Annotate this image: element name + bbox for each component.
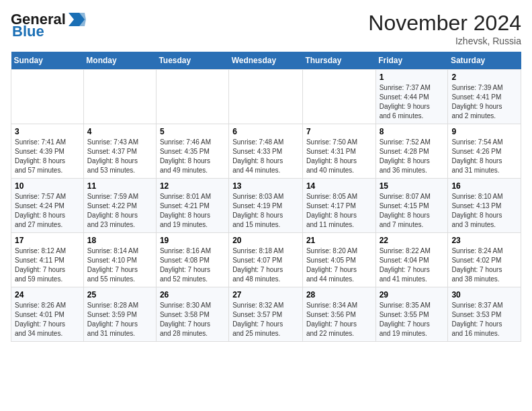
calendar-cell: 20Sunrise: 8:18 AM Sunset: 4:07 PM Dayli…: [229, 233, 303, 287]
calendar-cell: 12Sunrise: 8:01 AM Sunset: 4:21 PM Dayli…: [156, 179, 228, 233]
day-info: Sunrise: 8:35 AM Sunset: 3:55 PM Dayligh…: [380, 301, 445, 338]
day-info: Sunrise: 7:43 AM Sunset: 4:37 PM Dayligh…: [87, 138, 152, 175]
calendar-cell: 15Sunrise: 8:07 AM Sunset: 4:15 PM Dayli…: [375, 179, 448, 233]
header-wednesday: Wednesday: [229, 52, 303, 70]
location: Izhevsk, Russia: [368, 36, 521, 46]
day-info: Sunrise: 7:39 AM Sunset: 4:41 PM Dayligh…: [451, 83, 517, 121]
calendar-cell: 30Sunrise: 8:37 AM Sunset: 3:53 PM Dayli…: [448, 287, 521, 342]
calendar-cell: 9Sunrise: 7:54 AM Sunset: 4:26 PM Daylig…: [448, 124, 521, 179]
day-number: 8: [380, 127, 445, 136]
calendar-cell: 21Sunrise: 8:20 AM Sunset: 4:05 PM Dayli…: [302, 233, 375, 287]
calendar-cell: 11Sunrise: 7:59 AM Sunset: 4:22 PM Dayli…: [83, 179, 156, 233]
week-row-2: 10Sunrise: 7:57 AM Sunset: 4:24 PM Dayli…: [11, 179, 521, 233]
day-info: Sunrise: 7:57 AM Sunset: 4:24 PM Dayligh…: [15, 192, 80, 230]
day-info: Sunrise: 8:05 AM Sunset: 4:17 PM Dayligh…: [306, 192, 372, 230]
calendar-cell: [11, 70, 84, 124]
day-number: 10: [15, 181, 80, 191]
day-number: 2: [451, 73, 517, 82]
day-number: 28: [306, 290, 372, 300]
calendar-cell: 4Sunrise: 7:43 AM Sunset: 4:37 PM Daylig…: [83, 124, 156, 179]
day-info: Sunrise: 7:41 AM Sunset: 4:39 PM Dayligh…: [15, 138, 80, 175]
day-number: 30: [451, 290, 517, 300]
day-number: 6: [232, 127, 299, 136]
day-info: Sunrise: 8:37 AM Sunset: 3:53 PM Dayligh…: [451, 301, 517, 338]
calendar-cell: 29Sunrise: 8:35 AM Sunset: 3:55 PM Dayli…: [375, 287, 448, 342]
calendar-cell: 5Sunrise: 7:46 AM Sunset: 4:35 PM Daylig…: [156, 124, 228, 179]
day-info: Sunrise: 8:01 AM Sunset: 4:21 PM Dayligh…: [160, 192, 225, 230]
day-number: 21: [306, 236, 372, 245]
day-number: 15: [380, 181, 445, 191]
calendar-cell: 24Sunrise: 8:26 AM Sunset: 4:01 PM Dayli…: [11, 287, 84, 342]
day-number: 20: [232, 236, 299, 245]
week-row-4: 24Sunrise: 8:26 AM Sunset: 4:01 PM Dayli…: [11, 287, 521, 342]
day-number: 29: [380, 290, 445, 300]
calendar-table: SundayMondayTuesdayWednesdayThursdayFrid…: [11, 52, 521, 342]
page-header: General Blue November 2024 Izhevsk, Russ…: [11, 11, 521, 46]
header-friday: Friday: [375, 52, 448, 70]
week-row-0: 1Sunrise: 7:37 AM Sunset: 4:44 PM Daylig…: [11, 70, 521, 124]
day-info: Sunrise: 8:10 AM Sunset: 4:13 PM Dayligh…: [451, 192, 517, 230]
calendar-cell: 28Sunrise: 8:34 AM Sunset: 3:56 PM Dayli…: [302, 287, 375, 342]
day-info: Sunrise: 8:26 AM Sunset: 4:01 PM Dayligh…: [15, 301, 80, 338]
calendar-cell: 17Sunrise: 8:12 AM Sunset: 4:11 PM Dayli…: [11, 233, 84, 287]
day-number: 26: [160, 290, 225, 300]
day-number: 3: [15, 127, 80, 136]
logo-arrow-icon: [67, 13, 86, 28]
calendar-cell: 1Sunrise: 7:37 AM Sunset: 4:44 PM Daylig…: [375, 70, 448, 124]
day-info: Sunrise: 8:34 AM Sunset: 3:56 PM Dayligh…: [306, 301, 372, 338]
day-number: 1: [380, 73, 445, 82]
day-info: Sunrise: 8:30 AM Sunset: 3:58 PM Dayligh…: [160, 301, 225, 338]
day-number: 12: [160, 181, 225, 191]
calendar-cell: 13Sunrise: 8:03 AM Sunset: 4:19 PM Dayli…: [229, 179, 303, 233]
day-number: 24: [15, 290, 80, 300]
day-info: Sunrise: 7:59 AM Sunset: 4:22 PM Dayligh…: [87, 192, 152, 230]
calendar-cell: 2Sunrise: 7:39 AM Sunset: 4:41 PM Daylig…: [448, 70, 521, 124]
day-info: Sunrise: 8:14 AM Sunset: 4:10 PM Dayligh…: [87, 246, 152, 284]
calendar-header-row: SundayMondayTuesdayWednesdayThursdayFrid…: [11, 52, 521, 70]
day-number: 22: [380, 236, 445, 245]
day-info: Sunrise: 8:24 AM Sunset: 4:02 PM Dayligh…: [451, 246, 517, 284]
day-info: Sunrise: 7:37 AM Sunset: 4:44 PM Dayligh…: [380, 83, 445, 121]
calendar-cell: 3Sunrise: 7:41 AM Sunset: 4:39 PM Daylig…: [11, 124, 84, 179]
calendar-cell: 7Sunrise: 7:50 AM Sunset: 4:31 PM Daylig…: [302, 124, 375, 179]
logo-blue: Blue: [12, 23, 44, 40]
calendar-cell: 16Sunrise: 8:10 AM Sunset: 4:13 PM Dayli…: [448, 179, 521, 233]
day-info: Sunrise: 7:50 AM Sunset: 4:31 PM Dayligh…: [306, 138, 372, 175]
calendar-cell: 23Sunrise: 8:24 AM Sunset: 4:02 PM Dayli…: [448, 233, 521, 287]
calendar-cell: 8Sunrise: 7:52 AM Sunset: 4:28 PM Daylig…: [375, 124, 448, 179]
day-number: 19: [160, 236, 225, 245]
day-number: 7: [306, 127, 372, 136]
day-info: Sunrise: 8:03 AM Sunset: 4:19 PM Dayligh…: [232, 192, 299, 230]
title-block: November 2024 Izhevsk, Russia: [368, 11, 521, 46]
day-number: 17: [15, 236, 80, 245]
day-number: 23: [451, 236, 517, 245]
day-info: Sunrise: 8:22 AM Sunset: 4:04 PM Dayligh…: [380, 246, 445, 284]
header-sunday: Sunday: [11, 52, 84, 70]
logo: General Blue: [11, 11, 86, 40]
day-number: 4: [87, 127, 152, 136]
day-info: Sunrise: 8:12 AM Sunset: 4:11 PM Dayligh…: [15, 246, 80, 284]
day-number: 18: [87, 236, 152, 245]
day-info: Sunrise: 7:52 AM Sunset: 4:28 PM Dayligh…: [380, 138, 445, 175]
calendar-cell: 6Sunrise: 7:48 AM Sunset: 4:33 PM Daylig…: [229, 124, 303, 179]
calendar-cell: 18Sunrise: 8:14 AM Sunset: 4:10 PM Dayli…: [83, 233, 156, 287]
calendar-cell: [156, 70, 228, 124]
day-info: Sunrise: 8:32 AM Sunset: 3:57 PM Dayligh…: [232, 301, 299, 338]
calendar-cell: [229, 70, 303, 124]
day-info: Sunrise: 7:46 AM Sunset: 4:35 PM Dayligh…: [160, 138, 225, 175]
calendar-cell: 14Sunrise: 8:05 AM Sunset: 4:17 PM Dayli…: [302, 179, 375, 233]
calendar-cell: 10Sunrise: 7:57 AM Sunset: 4:24 PM Dayli…: [11, 179, 84, 233]
day-number: 9: [451, 127, 517, 136]
day-number: 25: [87, 290, 152, 300]
day-number: 13: [232, 181, 299, 191]
header-tuesday: Tuesday: [156, 52, 228, 70]
calendar-cell: 27Sunrise: 8:32 AM Sunset: 3:57 PM Dayli…: [229, 287, 303, 342]
day-info: Sunrise: 8:16 AM Sunset: 4:08 PM Dayligh…: [160, 246, 225, 284]
calendar-cell: [302, 70, 375, 124]
day-number: 5: [160, 127, 225, 136]
day-number: 16: [451, 181, 517, 191]
day-info: Sunrise: 8:18 AM Sunset: 4:07 PM Dayligh…: [232, 246, 299, 284]
day-number: 11: [87, 181, 152, 191]
week-row-1: 3Sunrise: 7:41 AM Sunset: 4:39 PM Daylig…: [11, 124, 521, 179]
calendar-cell: 22Sunrise: 8:22 AM Sunset: 4:04 PM Dayli…: [375, 233, 448, 287]
